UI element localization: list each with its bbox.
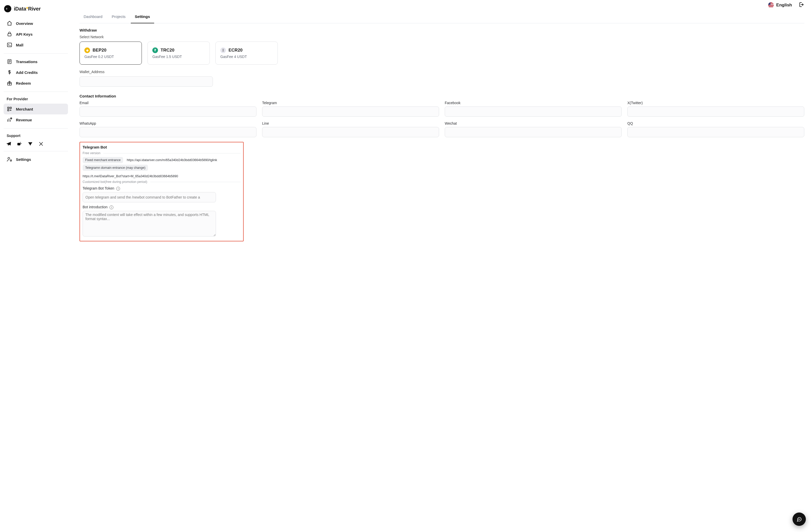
xtwitter-input[interactable] — [627, 106, 804, 117]
flag-us-icon — [768, 2, 774, 8]
sidebar-section-support: Support — [4, 130, 68, 139]
sidebar-item-revenue[interactable]: Revenue — [4, 114, 68, 125]
sidebar-item-label: Revenue — [16, 118, 32, 122]
support-icon-row — [4, 139, 68, 149]
grid-plus-icon — [7, 106, 12, 112]
sidebar-divider — [4, 53, 68, 54]
free-version-label: Free version — [83, 151, 100, 155]
network-card-ecr20[interactable]: Ξ ECR20 GasFee 4 USDT — [215, 42, 278, 64]
telegram-icon[interactable] — [6, 141, 11, 146]
qq-label: QQ — [627, 121, 804, 126]
sidebar-item-label: Merchant — [16, 107, 33, 111]
brand-text: iData*River — [14, 6, 41, 12]
chat-fab[interactable] — [793, 513, 806, 526]
brand-mark-icon — [4, 5, 11, 12]
info-icon[interactable]: i — [116, 187, 120, 191]
sidebar-item-redeem[interactable]: Redeem — [4, 78, 68, 88]
network-name: TRC20 — [161, 48, 174, 53]
lock-icon — [7, 31, 12, 37]
email-label: Email — [79, 101, 257, 105]
user-gear-icon — [7, 157, 12, 162]
sidebar-item-mall[interactable]: Mall — [4, 40, 68, 50]
svg-rect-8 — [8, 110, 9, 111]
svg-point-11 — [8, 158, 10, 159]
sidebar-group-2: Transations Add Credits Redeem — [4, 55, 68, 89]
telegram-bot-section: Telegram Bot Free version Fixed merchant… — [79, 142, 244, 241]
sidebar-divider — [4, 128, 68, 129]
network-name: ECR20 — [229, 48, 243, 53]
sidebar-item-settings[interactable]: Settings — [4, 154, 68, 165]
contact-info-title: Contact Information — [79, 94, 804, 98]
tether-icon: ₮ — [153, 47, 158, 53]
network-fee: GasFee 0.2 USDT — [84, 55, 137, 59]
x-twitter-icon[interactable] — [39, 141, 44, 146]
fixed-entrance-pill: Fixed merchant entrance — [83, 157, 123, 163]
custom-bot-label: Customized bot(free during promotion per… — [83, 180, 147, 184]
svg-rect-6 — [8, 107, 9, 109]
email-input[interactable] — [79, 106, 257, 117]
facebook-label: Facebook — [445, 101, 622, 105]
network-fee: GasFee 4 USDT — [220, 55, 273, 59]
sidebar-group-settings: Settings — [4, 153, 68, 166]
eth-icon: Ξ — [220, 47, 226, 53]
sidebar-item-label: Redeem — [16, 81, 31, 85]
network-fee: GasFee 1.5 USDT — [153, 55, 205, 59]
withdraw-title: Withdraw — [79, 28, 804, 32]
sidebar-section-provider: For Provider — [4, 94, 68, 103]
bot-intro-label: Bot introduction i — [83, 205, 241, 209]
logout-icon[interactable] — [798, 2, 804, 9]
qq-input[interactable] — [627, 127, 804, 137]
free-version-divider: Free version — [83, 151, 241, 155]
whatsapp-label: WhatsApp — [79, 121, 257, 126]
wechat-input[interactable] — [445, 127, 622, 137]
tab-projects[interactable]: Projects — [107, 11, 130, 23]
sidebar-item-label: Add Credits — [16, 70, 38, 75]
domain-entrance-pill: Telegramn domain entrance (may change) — [83, 165, 148, 171]
line-label: Line — [262, 121, 439, 126]
sidebar-item-addcredits[interactable]: Add Credits — [4, 67, 68, 78]
network-card-bep20[interactable]: ◆ BEP20 GasFee 0.2 USDT — [79, 42, 142, 64]
dollar-icon — [7, 70, 12, 75]
telegram-bot-title: Telegram Bot — [83, 145, 241, 149]
domain-entrance-row: Telegramn domain entrance (may change) h… — [83, 165, 241, 178]
book-icon[interactable] — [28, 141, 33, 146]
sidebar-item-label: Transations — [16, 59, 38, 64]
sidebar-item-label: Overview — [16, 21, 33, 26]
network-cards: ◆ BEP20 GasFee 0.2 USDT ₮ TRC20 GasFee 1… — [79, 42, 804, 64]
sidebar-item-apikeys[interactable]: API Keys — [4, 29, 68, 40]
svg-rect-10 — [18, 143, 20, 145]
custom-bot-divider: Customized bot(free during promotion per… — [83, 180, 241, 184]
wallet-address-input[interactable] — [79, 76, 213, 87]
sidebar-divider — [4, 91, 68, 92]
facebook-input[interactable] — [445, 106, 622, 117]
fixed-entrance-url[interactable]: https://api.idatariver.com/m/65a340d24b3… — [127, 158, 217, 162]
sidebar-item-label: Mall — [16, 43, 23, 47]
contact-grid: Email Telegram Facebook X(Twitter) Whats… — [79, 101, 804, 137]
bnb-icon: ◆ — [84, 47, 90, 53]
sidebar-item-transactions[interactable]: Transations — [4, 56, 68, 67]
tab-settings[interactable]: Settings — [131, 11, 154, 23]
language-label: English — [777, 3, 792, 8]
mailbox-icon[interactable] — [17, 141, 22, 146]
telegram-label: Telegram — [262, 101, 439, 105]
svg-rect-3 — [8, 43, 12, 47]
network-card-trc20[interactable]: ₮ TRC20 GasFee 1.5 USDT — [147, 42, 210, 64]
bot-intro-textarea[interactable] — [83, 211, 216, 236]
gift-icon — [7, 80, 12, 86]
sidebar-item-overview[interactable]: Overview — [4, 18, 68, 29]
whatsapp-input[interactable] — [79, 127, 257, 137]
topbar: English — [72, 0, 812, 9]
info-icon[interactable]: i — [110, 205, 113, 209]
bot-token-input[interactable] — [83, 192, 216, 202]
brand-logo[interactable]: iData*River — [4, 3, 68, 17]
receipt-icon — [7, 59, 12, 64]
line-input[interactable] — [262, 127, 439, 137]
sidebar-group-provider: Merchant Revenue — [4, 103, 68, 126]
tab-dashboard[interactable]: Dashboard — [79, 11, 106, 23]
language-selector[interactable]: English — [768, 2, 792, 8]
domain-entrance-url[interactable]: https://t.me/iDataRiver_Bot?start=M_65a3… — [83, 174, 178, 178]
svg-point-1 — [7, 9, 8, 9]
sidebar-item-merchant[interactable]: Merchant — [4, 104, 68, 114]
select-network-label: Select Network — [79, 35, 804, 39]
telegram-input[interactable] — [262, 106, 439, 117]
